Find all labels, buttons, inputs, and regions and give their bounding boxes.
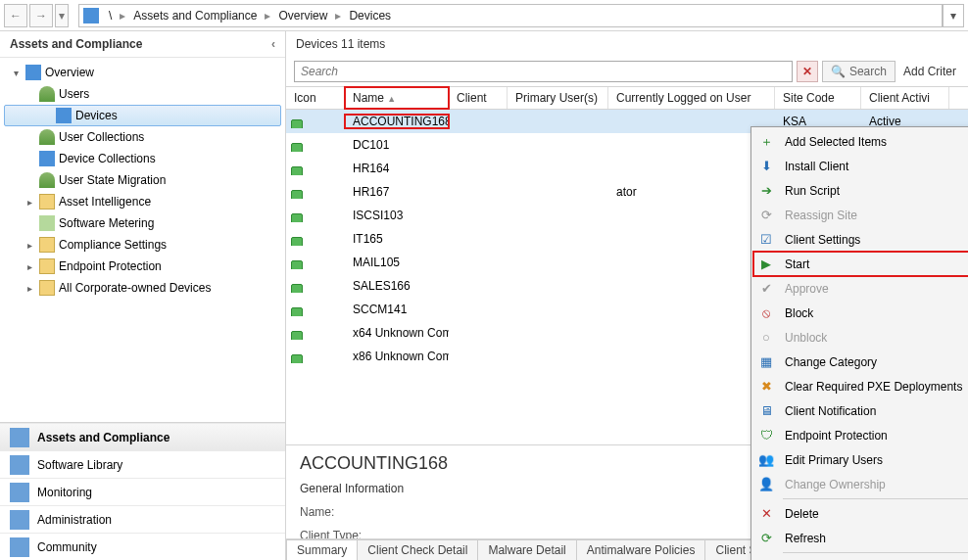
tab-client-check-detail[interactable]: Client Check Detail <box>357 539 478 560</box>
workspace-label: Administration <box>37 513 112 527</box>
workspace-icon <box>10 510 29 530</box>
menu-icon: ✔ <box>757 280 775 298</box>
add-criteria-link[interactable]: Add Criter <box>899 65 960 78</box>
th-primary[interactable]: Primary User(s) <box>508 87 608 109</box>
th-client[interactable]: Client <box>449 87 508 109</box>
sort-asc-icon: ▲ <box>387 94 396 104</box>
workspace-label: Monitoring <box>37 486 92 499</box>
tree-item-label: Compliance Settings <box>59 238 167 252</box>
menu-label: Add Selected Items <box>785 135 968 149</box>
tree-item-user-state-migration[interactable]: User State Migration <box>0 169 285 191</box>
cell-name: HR164 <box>345 162 449 175</box>
menu-item-properties[interactable]: ☰Properties <box>753 555 968 560</box>
nav-back-button[interactable]: ← <box>4 4 27 27</box>
menu-icon: ○ <box>757 329 775 347</box>
tree-item-label: User Collections <box>59 130 144 144</box>
tab-summary[interactable]: Summary <box>286 539 358 560</box>
tab-antimalware-policies[interactable]: Antimalware Policies <box>576 539 706 560</box>
menu-icon: ▶ <box>757 256 775 273</box>
search-clear-button[interactable]: ✕ <box>797 61 818 82</box>
menu-label: Start <box>785 257 968 271</box>
menu-item-block[interactable]: ⦸Block <box>753 301 968 325</box>
menu-item-install-client[interactable]: ⬇Install Client <box>753 154 968 178</box>
sidebar-header: Assets and Compliance ‹ <box>0 31 285 58</box>
menu-item-client-notification[interactable]: 🖥Client Notification▶ <box>753 398 968 423</box>
breadcrumb[interactable]: \▸ Assets and Compliance▸ Overview▸ Devi… <box>78 4 943 27</box>
tree-item-label: Endpoint Protection <box>59 259 162 273</box>
th-site[interactable]: Site Code <box>775 87 861 109</box>
workspace-monitoring[interactable]: Monitoring <box>0 478 285 505</box>
tree-item-label: Asset Intelligence <box>59 195 151 209</box>
tree-item-users[interactable]: Users <box>0 83 285 105</box>
th-icon[interactable]: Icon <box>286 87 345 109</box>
menu-item-refresh[interactable]: ⟳RefreshF5 <box>753 526 968 550</box>
expand-icon[interactable]: ▸ <box>24 261 35 272</box>
expand-icon[interactable]: ▸ <box>24 197 35 208</box>
nav-history-dropdown[interactable]: ▾ <box>55 4 69 27</box>
breadcrumb-root-icon <box>83 8 99 23</box>
menu-item-add-selected-items[interactable]: ＋Add Selected Items▶ <box>753 129 968 154</box>
breadcrumb-p2[interactable]: Overview <box>272 9 333 23</box>
detail-tabs: SummaryClient Check DetailMalware Detail… <box>286 538 801 560</box>
sidebar: Assets and Compliance ‹ ▾OverviewUsersDe… <box>0 31 286 560</box>
menu-item-edit-primary-users[interactable]: 👥Edit Primary Users <box>753 447 968 472</box>
workspace-administration[interactable]: Administration <box>0 505 285 533</box>
th-activ[interactable]: Client Activi <box>861 87 949 109</box>
tree-item-user-collections[interactable]: User Collections <box>0 126 285 148</box>
tree-item-compliance-settings[interactable]: ▸Compliance Settings <box>0 234 285 256</box>
table-header: Icon Name ▲ Client Primary User(s) Curre… <box>286 86 968 110</box>
workspace-assets-and-compliance[interactable]: Assets and Compliance <box>0 423 285 450</box>
monitor-icon <box>25 65 41 80</box>
users-icon <box>39 172 55 188</box>
workspace-icon <box>10 483 29 502</box>
menu-item-client-settings[interactable]: ☑Client Settings▶ <box>753 227 968 252</box>
monitor-icon <box>56 108 72 123</box>
menu-separator <box>783 498 968 499</box>
sidebar-collapse-icon[interactable]: ‹ <box>271 37 275 51</box>
search-input[interactable] <box>294 61 793 82</box>
tree-item-software-metering[interactable]: Software Metering <box>0 212 285 234</box>
menu-item-run-script[interactable]: ➔Run Script <box>753 178 968 203</box>
workspace-label: Assets and Compliance <box>37 431 169 444</box>
expand-icon[interactable]: ▸ <box>24 283 35 294</box>
tree-item-label: Users <box>59 87 89 101</box>
breadcrumb-root[interactable]: \ <box>103 9 118 23</box>
expand-icon[interactable]: ▾ <box>10 68 22 78</box>
nav-forward-button[interactable]: → <box>29 4 53 27</box>
menu-item-change-ownership: 👤Change Ownership <box>753 472 968 496</box>
menu-label: Clear Required PXE Deployments <box>785 380 968 394</box>
expand-icon[interactable]: ▸ <box>24 240 35 251</box>
tab-malware-detail[interactable]: Malware Detail <box>477 539 576 560</box>
menu-item-delete[interactable]: ✕DeleteDelete <box>753 501 968 526</box>
tree-item-label: Software Metering <box>59 216 154 230</box>
cell-name: ACCOUNTING168 <box>345 115 449 128</box>
workspace-community[interactable]: Community <box>0 533 285 560</box>
tree-item-endpoint-protection[interactable]: ▸Endpoint Protection <box>0 256 285 277</box>
th-name[interactable]: Name ▲ <box>345 87 449 109</box>
menu-label: Install Client <box>785 160 968 173</box>
menu-icon: ⬇ <box>757 158 775 175</box>
device-context-menu: ＋Add Selected Items▶⬇Install Client➔Run … <box>750 126 968 560</box>
menu-icon: ☑ <box>757 231 775 249</box>
tree-item-asset-intelligence[interactable]: ▸Asset Intelligence <box>0 191 285 212</box>
menu-item-endpoint-protection[interactable]: 🛡Endpoint Protection▶ <box>753 423 968 447</box>
menu-label: Run Script <box>785 184 968 198</box>
menu-icon: ⟳ <box>757 530 775 547</box>
menu-icon: 👤 <box>757 476 775 493</box>
menu-item-start[interactable]: ▶Start▶ <box>753 252 968 276</box>
breadcrumb-dropdown[interactable]: ▾ <box>943 4 964 27</box>
menu-icon: ＋ <box>757 133 775 151</box>
menu-item-clear-required-pxe-deployments[interactable]: ✖Clear Required PXE Deployments <box>753 374 968 398</box>
menu-item-change-category[interactable]: ▦Change Category <box>753 350 968 374</box>
tree-item-label: All Corporate-owned Devices <box>59 281 211 295</box>
tree-item-devices[interactable]: Devices <box>4 105 281 126</box>
breadcrumb-p3[interactable]: Devices <box>343 9 397 23</box>
search-button[interactable]: 🔍 Search <box>822 61 895 82</box>
tree-item-device-collections[interactable]: Device Collections <box>0 148 285 169</box>
breadcrumb-p1[interactable]: Assets and Compliance <box>127 9 263 23</box>
th-logged[interactable]: Currently Logged on User <box>608 87 775 109</box>
workspace-software-library[interactable]: Software Library <box>0 450 285 478</box>
folder-icon <box>39 258 55 274</box>
tree-item-overview[interactable]: ▾Overview <box>0 62 285 83</box>
tree-item-all-corporate-owned-devices[interactable]: ▸All Corporate-owned Devices <box>0 277 285 299</box>
